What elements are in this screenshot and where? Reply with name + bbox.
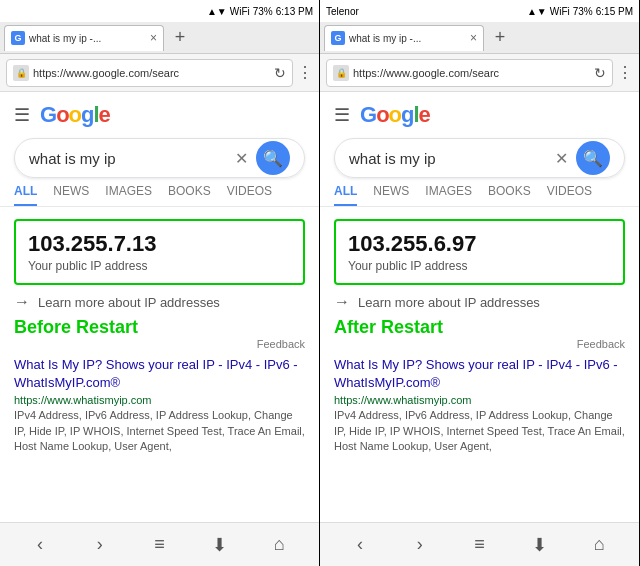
left-search-tabs: ALL NEWS IMAGES BOOKS VIDEOS (0, 184, 319, 207)
left-address-favicon: 🔒 (13, 65, 29, 81)
left-tab-books[interactable]: BOOKS (168, 184, 211, 206)
left-feedback-text[interactable]: Feedback (257, 338, 305, 350)
right-menu-button[interactable]: ≡ (461, 527, 497, 563)
left-feedback-row: Feedback (0, 338, 319, 350)
left-tab-favicon: G (11, 31, 25, 45)
left-download-button[interactable]: ⬇ (201, 527, 237, 563)
left-forward-button[interactable]: › (82, 527, 118, 563)
left-address-input[interactable]: 🔒 https://www.google.com/searc ↻ (6, 59, 293, 87)
left-wifi-icon: WiFi (230, 6, 250, 17)
right-wifi-icon: WiFi (550, 6, 570, 17)
right-nav-bar: ‹ › ≡ ⬇ ⌂ (320, 522, 639, 566)
right-google-logo: Google (360, 102, 430, 128)
right-back-button[interactable]: ‹ (342, 527, 378, 563)
left-address-bar: 🔒 https://www.google.com/searc ↻ ⋮ (0, 54, 319, 92)
left-learn-more-text: Learn more about IP addresses (38, 295, 220, 310)
right-tab-books[interactable]: BOOKS (488, 184, 531, 206)
left-search-box[interactable]: what is my ip ✕ 🔍 (14, 138, 305, 178)
right-search-clear[interactable]: ✕ (555, 149, 568, 168)
left-google-logo: Google (40, 102, 110, 128)
right-status-icons: ▲▼ WiFi 73% 6:15 PM (527, 6, 633, 17)
right-tab-news[interactable]: NEWS (373, 184, 409, 206)
left-search-button[interactable]: 🔍 (256, 141, 290, 175)
right-network-name: Telenor (326, 6, 359, 17)
right-address-input[interactable]: 🔒 https://www.google.com/searc ↻ (326, 59, 613, 87)
right-feedback-text[interactable]: Feedback (577, 338, 625, 350)
left-hamburger-icon[interactable]: ☰ (14, 104, 30, 126)
left-menu-dots[interactable]: ⋮ (297, 63, 313, 82)
left-result-desc: IPv4 Address, IPv6 Address, IP Address L… (14, 408, 305, 454)
right-search-tabs: ALL NEWS IMAGES BOOKS VIDEOS (320, 184, 639, 207)
right-google-header: ☰ Google (320, 92, 639, 134)
left-address-text: https://www.google.com/searc (33, 67, 270, 79)
right-tab-images[interactable]: IMAGES (425, 184, 472, 206)
right-address-favicon: 🔒 (333, 65, 349, 81)
left-search-icon: 🔍 (263, 149, 283, 168)
right-battery-text: 73% (573, 6, 593, 17)
left-result-item: What Is My IP? Shows your real IP - IPv4… (0, 350, 319, 461)
right-screen: Telenor ▲▼ WiFi 73% 6:15 PM G what is my… (320, 0, 640, 566)
left-result-title[interactable]: What Is My IP? Shows your real IP - IPv4… (14, 356, 305, 392)
right-arrow-icon: → (334, 293, 350, 311)
left-browser-tab[interactable]: G what is my ip -... × (4, 25, 164, 51)
right-ip-address: 103.255.6.97 (348, 231, 611, 257)
right-tab-close[interactable]: × (470, 31, 477, 45)
left-tab-news[interactable]: NEWS (53, 184, 89, 206)
left-ip-address: 103.255.7.13 (28, 231, 291, 257)
left-status-icons: ▲▼ WiFi 73% 6:13 PM (207, 6, 313, 17)
right-feedback-row: Feedback (320, 338, 639, 350)
right-ip-result-box: 103.255.6.97 Your public IP address (334, 219, 625, 285)
left-signal-icon: ▲▼ (207, 6, 227, 17)
left-search-clear[interactable]: ✕ (235, 149, 248, 168)
left-tab-bar: G what is my ip -... × + (0, 22, 319, 54)
right-restart-label: After Restart (334, 317, 625, 338)
right-learn-more-text: Learn more about IP addresses (358, 295, 540, 310)
left-back-button[interactable]: ‹ (22, 527, 58, 563)
right-hamburger-icon[interactable]: ☰ (334, 104, 350, 126)
left-status-bar: ▲▼ WiFi 73% 6:13 PM (0, 0, 319, 22)
right-signal-icon: ▲▼ (527, 6, 547, 17)
left-screen: ▲▼ WiFi 73% 6:13 PM G what is my ip -...… (0, 0, 320, 566)
left-tab-close[interactable]: × (150, 31, 157, 45)
right-result-url: https://www.whatismyip.com (334, 394, 625, 406)
right-tab-favicon: G (331, 31, 345, 45)
left-new-tab-button[interactable]: + (168, 26, 192, 50)
left-restart-label: Before Restart (14, 317, 305, 338)
left-arrow-icon: → (14, 293, 30, 311)
right-menu-dots[interactable]: ⋮ (617, 63, 633, 82)
right-home-button[interactable]: ⌂ (581, 527, 617, 563)
right-reload-icon[interactable]: ↻ (594, 65, 606, 81)
left-tab-videos[interactable]: VIDEOS (227, 184, 272, 206)
right-new-tab-button[interactable]: + (488, 26, 512, 50)
left-menu-button[interactable]: ≡ (141, 527, 177, 563)
left-search-text: what is my ip (29, 150, 227, 167)
left-learn-more[interactable]: → Learn more about IP addresses (14, 293, 305, 311)
right-download-button[interactable]: ⬇ (521, 527, 557, 563)
right-tab-title: what is my ip -... (349, 33, 466, 44)
left-reload-icon[interactable]: ↻ (274, 65, 286, 81)
left-ip-label: Your public IP address (28, 259, 291, 273)
right-address-text: https://www.google.com/searc (353, 67, 590, 79)
right-tab-videos[interactable]: VIDEOS (547, 184, 592, 206)
left-google-header: ☰ Google (0, 92, 319, 134)
right-tab-bar: G what is my ip -... × + (320, 22, 639, 54)
left-nav-bar: ‹ › ≡ ⬇ ⌂ (0, 522, 319, 566)
left-time: 6:13 PM (276, 6, 313, 17)
right-result-desc: IPv4 Address, IPv6 Address, IP Address L… (334, 408, 625, 454)
right-forward-button[interactable]: › (402, 527, 438, 563)
left-tab-images[interactable]: IMAGES (105, 184, 152, 206)
right-search-box[interactable]: what is my ip ✕ 🔍 (334, 138, 625, 178)
right-result-title[interactable]: What Is My IP? Shows your real IP - IPv4… (334, 356, 625, 392)
left-home-button[interactable]: ⌂ (261, 527, 297, 563)
left-tab-title: what is my ip -... (29, 33, 146, 44)
left-battery-text: 73% (253, 6, 273, 17)
right-browser-tab[interactable]: G what is my ip -... × (324, 25, 484, 51)
right-search-text: what is my ip (349, 150, 547, 167)
right-search-button[interactable]: 🔍 (576, 141, 610, 175)
right-tab-all[interactable]: ALL (334, 184, 357, 206)
right-result-item: What Is My IP? Shows your real IP - IPv4… (320, 350, 639, 461)
right-learn-more[interactable]: → Learn more about IP addresses (334, 293, 625, 311)
right-page-content: ☰ Google what is my ip ✕ 🔍 ALL NEWS IMAG… (320, 92, 639, 522)
left-tab-all[interactable]: ALL (14, 184, 37, 206)
left-ip-result-box: 103.255.7.13 Your public IP address (14, 219, 305, 285)
